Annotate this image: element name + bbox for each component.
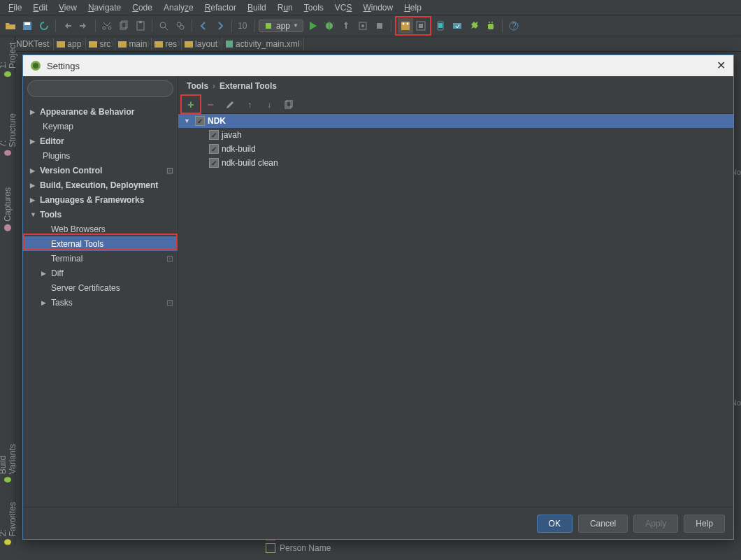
move-down-icon[interactable]: ↓ — [262, 98, 276, 112]
svg-point-28 — [489, 22, 490, 23]
svg-text:?: ? — [512, 21, 517, 31]
detail-breadcrumb: Tools › External Tools — [178, 76, 733, 96]
settings-search-input[interactable] — [27, 80, 173, 97]
checkbox-javah[interactable]: ✓ — [209, 130, 219, 140]
svg-point-9 — [180, 25, 184, 29]
menu-edit[interactable]: Edit — [27, 3, 53, 13]
tree-terminal[interactable]: Terminal⊡ — [23, 251, 178, 266]
cut-icon[interactable] — [99, 18, 115, 34]
paste-icon[interactable] — [133, 18, 148, 34]
stop-icon[interactable] — [372, 18, 387, 34]
tool-group-ndk[interactable]: ▼ ✓ NDK — [178, 114, 733, 128]
tree-lang[interactable]: ▶Languages & Frameworks — [23, 192, 178, 207]
save-icon[interactable] — [20, 18, 35, 34]
theme-editor-icon[interactable] — [413, 18, 429, 34]
tree-server[interactable]: Server Certificates — [23, 280, 178, 295]
tree-tasks[interactable]: ▶Tasks⊡ — [23, 295, 178, 310]
android-bug-icon[interactable] — [483, 18, 498, 34]
avd-icon[interactable] — [433, 18, 448, 34]
run-icon[interactable] — [305, 18, 320, 34]
tool-favorites[interactable]: 2: Favorites — [0, 501, 17, 545]
dropdown-arrow-icon: ▼ — [293, 22, 298, 29]
android-icon — [264, 21, 273, 31]
tool-item-javah[interactable]: ✓ javah — [178, 128, 733, 142]
checkbox-ndk-build-clean[interactable]: ✓ — [209, 158, 219, 168]
svg-line-14 — [324, 22, 326, 24]
menu-build[interactable]: Build — [242, 3, 272, 13]
back-icon[interactable] — [196, 18, 211, 34]
menu-code[interactable]: Code — [127, 3, 158, 13]
undo-icon[interactable] — [59, 18, 75, 34]
layout-inspector-icon[interactable] — [398, 18, 413, 34]
settings-tree: ▶Appearance & Behavior Keymap ▶Editor Pl… — [23, 101, 178, 507]
tool-captures[interactable]: Captures — [3, 187, 13, 231]
tree-vcs[interactable]: ▶Version Control⊡ — [23, 163, 178, 178]
tool-structure[interactable]: 7: Structure — [0, 112, 17, 156]
tool-item-ndk-build[interactable]: ✓ ndk-build — [178, 142, 733, 156]
edit-icon[interactable] — [223, 98, 237, 112]
tree-keymap[interactable]: Keymap — [23, 119, 178, 134]
palette-person-name[interactable]: Person Name — [266, 543, 331, 553]
crumb-res[interactable]: res — [152, 38, 182, 50]
apply-changes-icon[interactable] — [338, 18, 354, 34]
crumb-main[interactable]: main — [115, 38, 152, 50]
copy-tool-icon[interactable] — [282, 98, 296, 112]
tree-build[interactable]: ▶Build, Execution, Deployment — [23, 178, 178, 192]
apply-button[interactable]: Apply — [633, 515, 678, 533]
menu-window[interactable]: Window — [357, 3, 398, 13]
svg-rect-11 — [266, 23, 271, 29]
find-icon[interactable] — [156, 18, 171, 34]
tree-editor[interactable]: ▶Editor — [23, 134, 178, 148]
detail-crumb-tools[interactable]: Tools — [187, 81, 208, 91]
tree-external-tools[interactable]: External Tools — [23, 236, 178, 251]
sdk-icon[interactable] — [449, 18, 465, 34]
tree-tools[interactable]: ▼Tools — [23, 207, 178, 222]
menu-navigate[interactable]: Navigate — [82, 3, 127, 13]
copy-icon[interactable] — [116, 18, 131, 34]
monitor-icon[interactable] — [466, 18, 482, 34]
svg-rect-33 — [57, 41, 65, 48]
debug-icon[interactable] — [322, 18, 337, 34]
tool-build-variants[interactable]: Build Variants — [0, 433, 17, 482]
menu-run[interactable]: Run — [272, 3, 298, 13]
sync-icon[interactable] — [36, 18, 52, 34]
crumb-file[interactable]: activity_main.xml — [222, 38, 304, 50]
menu-tools[interactable]: Tools — [298, 3, 329, 13]
replace-icon[interactable] — [173, 18, 188, 34]
remove-icon[interactable]: − — [203, 98, 217, 112]
tree-appearance[interactable]: ▶Appearance & Behavior — [23, 104, 178, 119]
menu-refactor[interactable]: Refactor — [199, 3, 242, 13]
svg-rect-34 — [89, 41, 97, 48]
make-icon[interactable]: 10 01 — [236, 18, 251, 34]
menu-view[interactable]: View — [53, 3, 82, 13]
svg-line-7 — [165, 27, 168, 30]
tree-diff[interactable]: ▶Diff — [23, 266, 178, 280]
crumb-app[interactable]: app — [54, 38, 86, 50]
move-up-icon[interactable]: ↑ — [243, 98, 257, 112]
cancel-button[interactable]: Cancel — [578, 515, 628, 533]
redo-icon[interactable] — [76, 18, 92, 34]
tree-web[interactable]: Web Browsers — [23, 222, 178, 236]
menu-file[interactable]: File — [3, 3, 27, 13]
help-icon[interactable]: ? — [506, 18, 521, 34]
open-icon[interactable] — [3, 18, 18, 34]
crumb-src[interactable]: src — [86, 38, 115, 50]
checkbox-ndk[interactable]: ✓ — [195, 116, 205, 126]
close-icon[interactable]: ✕ — [714, 58, 728, 72]
add-icon[interactable]: + — [184, 98, 198, 112]
svg-rect-36 — [154, 41, 163, 48]
svg-point-40 — [33, 63, 38, 69]
crumb-layout[interactable]: layout — [182, 38, 222, 50]
menu-help[interactable]: Help — [398, 3, 427, 13]
tree-plugins[interactable]: Plugins — [23, 148, 178, 163]
checkbox-ndk-build[interactable]: ✓ — [209, 144, 219, 154]
tool-project[interactable]: 1: Project — [0, 41, 17, 77]
attach-icon[interactable] — [355, 18, 370, 34]
tool-item-ndk-build-clean[interactable]: ✓ ndk-build clean — [178, 156, 733, 170]
ok-button[interactable]: OK — [537, 515, 573, 533]
menu-vcs[interactable]: VCS — [329, 3, 358, 13]
help-button[interactable]: Help — [684, 515, 725, 533]
run-config-selector[interactable]: app ▼ — [259, 20, 303, 32]
forward-icon[interactable] — [213, 18, 228, 34]
menu-analyze[interactable]: Analyze — [158, 3, 199, 13]
